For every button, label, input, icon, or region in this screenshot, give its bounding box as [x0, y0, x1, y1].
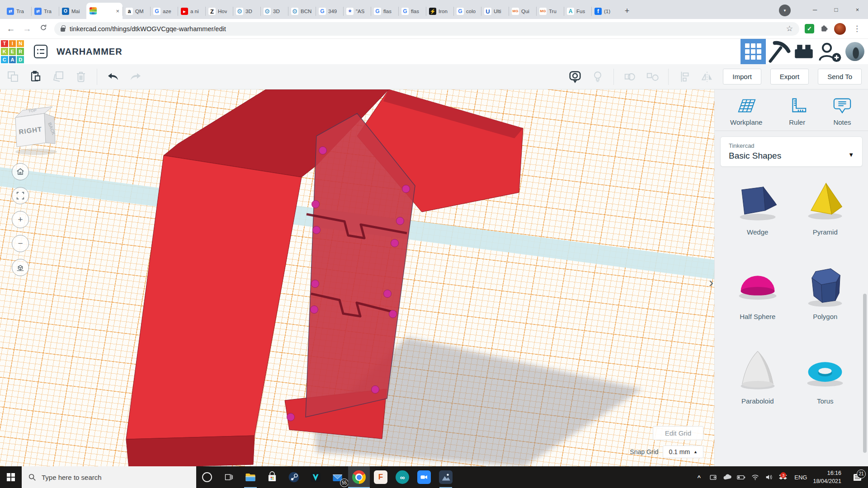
- url-text[interactable]: tinkercad.com/things/dtkWOGVCgqe-warhamm…: [70, 25, 226, 33]
- design-properties-menu-button[interactable]: [33, 44, 48, 59]
- browser-tab[interactable]: AFus: [564, 4, 591, 19]
- zoom-in-button[interactable]: +: [12, 211, 29, 228]
- export-button[interactable]: Export: [770, 69, 809, 84]
- tab-search-chevron-button[interactable]: ▼: [779, 5, 791, 16]
- photos-button[interactable]: [435, 466, 457, 488]
- screen-cast-icon[interactable]: [708, 474, 718, 481]
- zoom-out-button[interactable]: −: [12, 235, 29, 252]
- url-omnibox[interactable]: tinkercad.com/things/dtkWOGVCgqe-warhamm…: [54, 22, 799, 36]
- fusion360-button[interactable]: F: [370, 466, 392, 488]
- browser-profile-avatar[interactable]: [834, 23, 846, 35]
- workplane-tool[interactable]: Workplane: [730, 97, 762, 126]
- browser-tab[interactable]: ⇄Tra: [4, 4, 31, 19]
- browser-tab[interactable]: G349: [316, 4, 343, 19]
- redo-icon[interactable]: [129, 70, 142, 84]
- 3d-viewport-canvas[interactable]: TOP RIGHT BACK + − › Edit Grid Snap Grid…: [0, 89, 714, 466]
- task-view-button[interactable]: [218, 466, 240, 488]
- browser-tab[interactable]: ZHov: [205, 4, 233, 19]
- view-cube[interactable]: TOP RIGHT BACK: [11, 101, 61, 156]
- copy-icon[interactable]: [6, 70, 20, 84]
- reload-button[interactable]: [38, 23, 49, 34]
- snap-grid-value-dropdown[interactable]: 0.1 mm ▲: [663, 446, 703, 458]
- browser-tab[interactable]: UUlti: [481, 4, 509, 19]
- browser-tab[interactable]: MGTru: [536, 4, 564, 19]
- onedrive-icon[interactable]: [722, 474, 732, 480]
- edit-grid-button[interactable]: Edit Grid: [653, 426, 703, 440]
- shape-item-half-sphere[interactable]: Half Sphere: [728, 262, 787, 320]
- perspective-toggle-button[interactable]: [12, 259, 29, 276]
- browser-tab[interactable]: ⚙BCN: [288, 4, 316, 19]
- browser-tab[interactable]: Gaze: [150, 4, 178, 19]
- forward-button[interactable]: →: [22, 24, 33, 34]
- extensions-puzzle-icon[interactable]: [820, 23, 829, 34]
- tinkercad-logo[interactable]: TIN KER CAD: [0, 39, 25, 64]
- dropbox-icon[interactable]: 3: [778, 474, 788, 481]
- arduino-button[interactable]: ∞: [392, 466, 413, 488]
- steam-button[interactable]: [283, 466, 305, 488]
- extension-check-icon[interactable]: ✓: [805, 24, 814, 33]
- browser-tab[interactable]: ⚙3D: [233, 4, 260, 19]
- shape-item-pyramid[interactable]: Pyramid: [796, 178, 855, 236]
- language-indicator[interactable]: ENG: [794, 474, 807, 481]
- tray-expand-chevron-icon[interactable]: ^: [693, 474, 704, 481]
- volume-icon[interactable]: [764, 474, 774, 480]
- import-button[interactable]: Import: [723, 69, 761, 84]
- browser-tab[interactable]: OMai: [59, 4, 86, 19]
- browser-tab[interactable]: Gcolo: [453, 4, 481, 19]
- mirror-flip-icon[interactable]: [700, 70, 714, 84]
- shape-item-paraboloid[interactable]: Paraboloid: [728, 347, 787, 405]
- show-all-bulb-icon[interactable]: [591, 70, 604, 84]
- cortana-button[interactable]: [196, 466, 218, 488]
- window-close-button[interactable]: ×: [847, 0, 868, 19]
- window-minimize-button[interactable]: ─: [804, 0, 826, 19]
- notes-tool[interactable]: Notes: [832, 97, 853, 126]
- send-to-button[interactable]: Send To: [818, 69, 862, 84]
- predator-button[interactable]: [305, 466, 326, 488]
- delete-trash-icon[interactable]: [74, 70, 88, 84]
- invite-person-add-button[interactable]: [816, 39, 842, 64]
- action-center-button[interactable]: 21: [848, 474, 866, 481]
- group-icon[interactable]: [623, 70, 637, 84]
- browser-tab[interactable]: MGQui: [509, 4, 536, 19]
- notes-visibility-toggle-icon[interactable]: [568, 70, 582, 84]
- browser-tab[interactable]: aQM: [123, 4, 150, 19]
- mail-button[interactable]: 55: [326, 466, 348, 488]
- shape-item-wedge[interactable]: Wedge: [728, 178, 787, 236]
- chrome-button[interactable]: [348, 466, 370, 488]
- browser-tab[interactable]: ⚙3D: [260, 4, 288, 19]
- fit-view-button[interactable]: [12, 187, 29, 204]
- warhammer-3d-model[interactable]: [0, 89, 714, 466]
- bookmark-star-icon[interactable]: ☆: [786, 24, 793, 33]
- start-button[interactable]: [0, 466, 22, 488]
- battery-icon[interactable]: [736, 475, 746, 480]
- ungroup-icon[interactable]: [646, 70, 659, 84]
- taskbar-clock[interactable]: 16:16 18/04/2021: [813, 469, 841, 485]
- tab-close-icon[interactable]: ×: [116, 8, 119, 14]
- browser-menu-kebab-icon[interactable]: ⋮: [851, 24, 863, 33]
- brick-button[interactable]: [791, 39, 816, 64]
- home-view-button[interactable]: [12, 163, 29, 180]
- padlock-icon[interactable]: [61, 28, 65, 32]
- new-tab-button[interactable]: +: [621, 5, 633, 17]
- browser-tab[interactable]: ⚡Iron: [426, 4, 453, 19]
- shape-library-dropdown[interactable]: Tinkercad Basic Shapes ▼: [720, 136, 863, 167]
- browser-tab[interactable]: Gflas: [371, 4, 398, 19]
- microsoft-store-button[interactable]: [261, 466, 283, 488]
- shape-item-torus[interactable]: Torus: [796, 347, 855, 405]
- zoom-button[interactable]: [413, 466, 435, 488]
- undo-icon[interactable]: [106, 70, 120, 84]
- panel-scrollbar[interactable]: [863, 294, 867, 453]
- tinkercad-profile-avatar[interactable]: [845, 42, 864, 61]
- back-button[interactable]: ←: [5, 24, 16, 34]
- wifi-icon[interactable]: [750, 474, 760, 480]
- design-title[interactable]: WARHAMMER: [57, 47, 123, 57]
- browser-tab[interactable]: ▶a ni: [178, 4, 205, 19]
- window-maximize-button[interactable]: □: [826, 0, 847, 19]
- browser-tab-active-tinkercad[interactable]: ×: [86, 3, 123, 19]
- dashboard-grid-button[interactable]: [741, 39, 766, 64]
- browser-tab[interactable]: Gflas: [398, 4, 426, 19]
- paste-icon[interactable]: [29, 70, 42, 84]
- ruler-tool[interactable]: Ruler: [787, 97, 807, 126]
- align-icon[interactable]: [678, 70, 691, 84]
- shape-item-polygon[interactable]: Polygon: [796, 262, 855, 320]
